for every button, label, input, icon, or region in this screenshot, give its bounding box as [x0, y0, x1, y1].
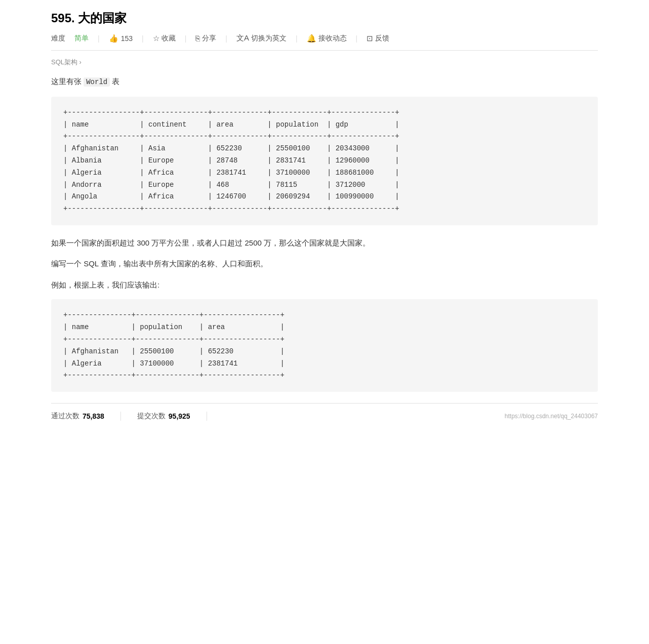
pass-count: 75,838 [83, 412, 104, 420]
feedback-button[interactable]: ⊡ 反馈 [367, 34, 389, 43]
share-icon: ⎘ [195, 34, 200, 43]
table-name-code: World [84, 77, 110, 87]
switch-lang-label: 切换为英文 [251, 34, 287, 43]
subscribe-label: 接收动态 [318, 34, 347, 43]
translate-icon: 文A [236, 33, 249, 43]
intro-prefix: 这里有张 [51, 77, 82, 86]
switch-lang-button[interactable]: 文A 切换为英文 [236, 33, 287, 43]
pass-count-item: 通过次数 75,838 [51, 412, 121, 421]
footer-stats: 通过次数 75,838 提交次数 95,925 https://blog.csd… [51, 403, 598, 425]
share-button[interactable]: ⎘ 分享 [195, 34, 216, 43]
intro-suffix: 表 [112, 77, 119, 86]
share-label: 分享 [202, 34, 216, 43]
submit-count-item: 提交次数 95,925 [137, 412, 207, 421]
page-title: 595. 大的国家 [51, 10, 598, 26]
intro-text: 这里有张 World 表 [51, 75, 598, 89]
table2-block: +---------------+---------------+-------… [51, 299, 598, 392]
query-text: 编写一个 SQL 查询，输出表中所有大国家的名称、人口和面积。 [51, 257, 598, 270]
bell-icon: 🔔 [307, 34, 316, 43]
table2-content: +---------------+---------------+-------… [63, 309, 586, 382]
condition-text: 如果一个国家的面积超过 300 万平方公里，或者人口超过 2500 万，那么这个… [51, 236, 598, 250]
subscribe-button[interactable]: 🔔 接收动态 [307, 34, 347, 43]
example-intro: 例如，根据上表，我们应该输出: [51, 278, 598, 292]
pass-label: 通过次数 [51, 412, 79, 421]
likes-button[interactable]: 👍 153 [109, 34, 133, 43]
submit-label: 提交次数 [137, 412, 166, 421]
breadcrumb[interactable]: SQL架构 › [51, 58, 598, 67]
feedback-icon: ⊡ [367, 34, 373, 43]
collect-button[interactable]: ☆ 收藏 [153, 34, 176, 43]
difficulty-label: 难度 [51, 34, 65, 43]
submit-count: 95,925 [169, 412, 190, 420]
footer-link[interactable]: https://blog.csdn.net/qq_24403067 [505, 413, 598, 420]
feedback-label: 反馈 [375, 34, 389, 43]
collect-label: 收藏 [161, 34, 176, 43]
star-icon: ☆ [153, 34, 159, 43]
meta-bar: 难度 简单 | 👍 153 | ☆ 收藏 | ⎘ 分享 | 文A 切换为英文 |… [51, 33, 598, 51]
thumbs-up-icon: 👍 [109, 34, 118, 43]
table1-content: +-----------------+---------------+-----… [63, 107, 586, 215]
table1-block: +-----------------+---------------+-----… [51, 97, 598, 225]
likes-count: 153 [121, 34, 133, 43]
difficulty-value: 简单 [74, 34, 89, 43]
